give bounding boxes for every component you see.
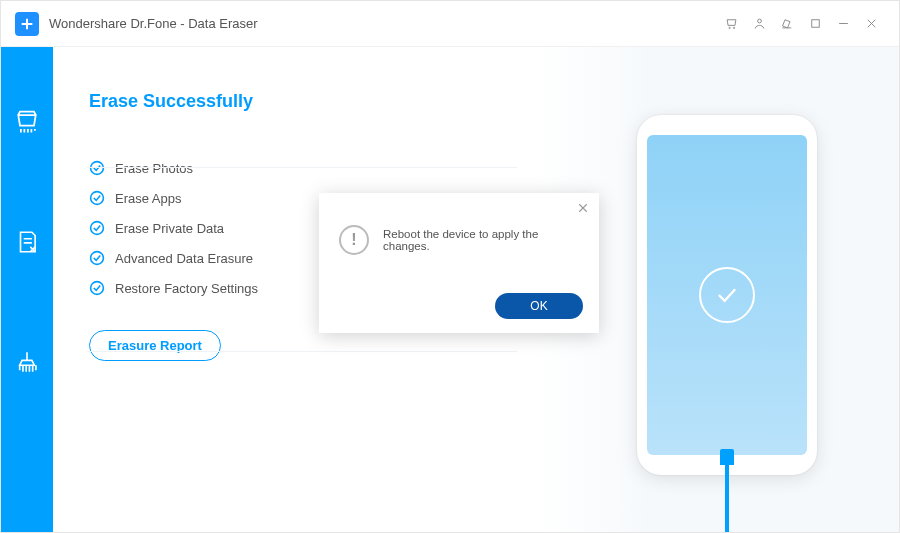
check-icon — [89, 190, 105, 206]
list-item-label: Restore Factory Settings — [115, 281, 258, 296]
svg-point-2 — [91, 162, 104, 175]
restore-icon[interactable] — [801, 10, 829, 38]
phone-illustration — [637, 115, 817, 475]
svg-point-3 — [91, 192, 104, 205]
dialog-close-button[interactable] — [577, 201, 589, 217]
divider — [87, 351, 517, 352]
sidebar-item-erase[interactable] — [12, 107, 42, 137]
sidebar-item-cleanup[interactable] — [12, 347, 42, 377]
dialog-ok-button[interactable]: OK — [495, 293, 583, 319]
success-check-icon — [699, 267, 755, 323]
minimize-button[interactable] — [829, 10, 857, 38]
erasure-report-button[interactable]: Erasure Report — [89, 330, 221, 361]
reboot-dialog: ! Reboot the device to apply the changes… — [319, 193, 599, 333]
cart-icon[interactable] — [717, 10, 745, 38]
list-item-label: Erase Photos — [115, 161, 193, 176]
svg-point-0 — [757, 19, 761, 23]
sidebar-item-report[interactable] — [12, 227, 42, 257]
alert-icon: ! — [339, 225, 369, 255]
titlebar: Wondershare Dr.Fone - Data Eraser — [1, 1, 899, 47]
cable-illustration — [720, 449, 734, 533]
app-logo — [15, 12, 39, 36]
account-icon[interactable] — [745, 10, 773, 38]
page-heading: Erase Successfully — [89, 91, 899, 112]
sidebar — [1, 47, 53, 532]
check-icon — [89, 250, 105, 266]
window-title: Wondershare Dr.Fone - Data Eraser — [49, 16, 258, 31]
close-button[interactable] — [857, 10, 885, 38]
check-icon — [89, 220, 105, 236]
svg-rect-1 — [811, 20, 819, 28]
divider — [87, 167, 517, 168]
check-icon — [89, 280, 105, 296]
dialog-message: Reboot the device to apply the changes. — [383, 228, 587, 252]
list-item-label: Erase Private Data — [115, 221, 224, 236]
svg-point-4 — [91, 222, 104, 235]
svg-point-6 — [91, 282, 104, 295]
list-item-label: Advanced Data Erasure — [115, 251, 253, 266]
list-item-label: Erase Apps — [115, 191, 182, 206]
feedback-icon[interactable] — [773, 10, 801, 38]
check-icon — [89, 160, 105, 176]
svg-point-5 — [91, 252, 104, 265]
